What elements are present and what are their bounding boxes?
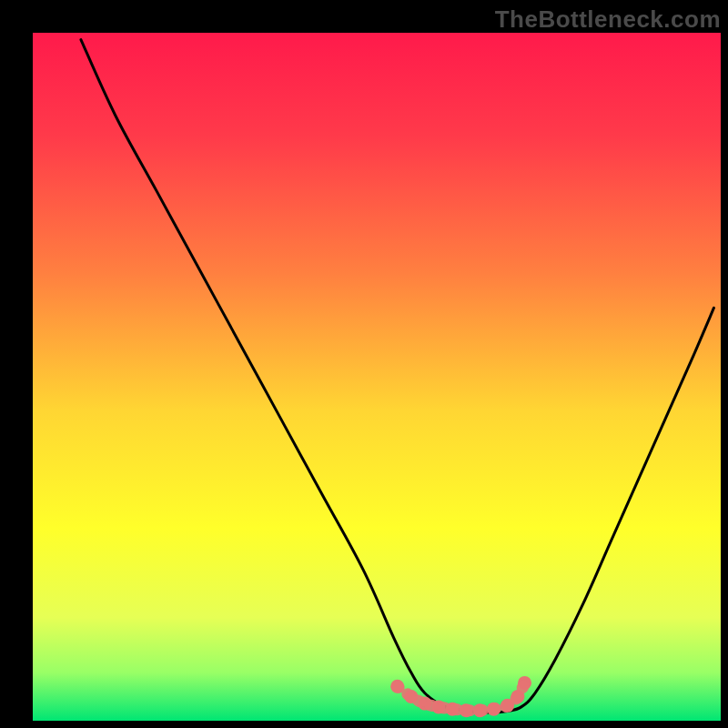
chart-canvas: [0, 0, 728, 728]
chart-frame: TheBottleneck.com: [0, 0, 728, 728]
watermark-text: TheBottleneck.com: [495, 5, 721, 34]
chart-background: [33, 33, 721, 721]
